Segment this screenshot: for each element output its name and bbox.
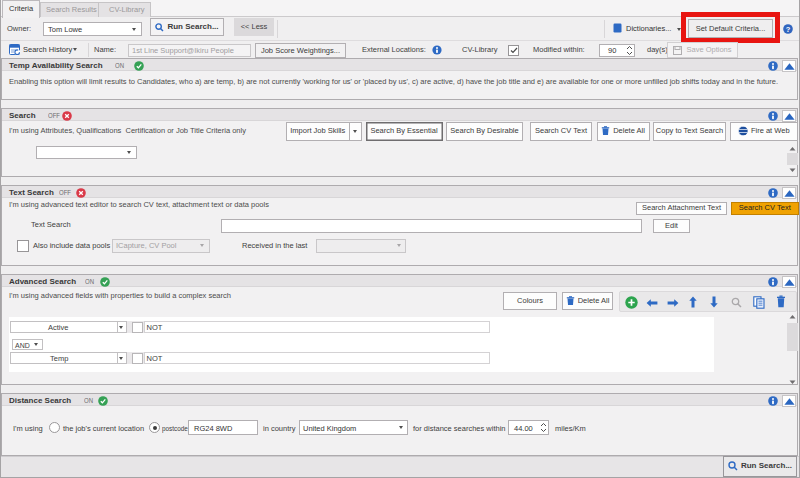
svg-text:?: ? xyxy=(786,24,791,33)
